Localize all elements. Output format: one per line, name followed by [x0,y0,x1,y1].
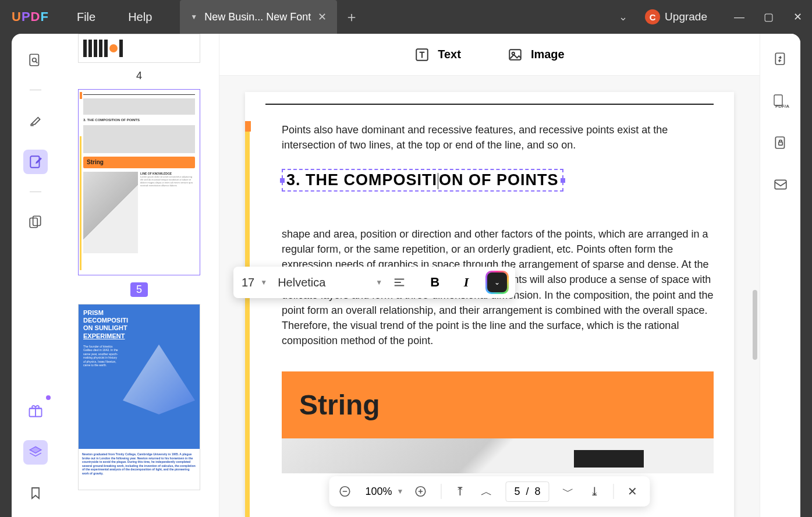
bold-button[interactable]: B [424,275,445,290]
thumbnail-page-5[interactable]: 3. THE COMPOSITION OF POINTS String LINE… [78,89,200,275]
page-image[interactable] [282,438,714,473]
document-tab[interactable]: ▼ New Busin... New Font ✕ [180,0,337,34]
page-indicator[interactable]: 5 / 8 [505,481,549,502]
pages-tool[interactable] [23,210,48,234]
svg-rect-14 [775,137,784,148]
edit-toolbar: Text Image [219,34,760,76]
italic-button[interactable]: I [456,275,477,290]
heading-text[interactable]: 3. THE COMPOSITION OF POINTS [286,171,559,189]
font-family-select[interactable]: Helvetica▼ [278,276,382,289]
thumbnail-page-4[interactable] [78,34,200,63]
zoom-in-button[interactable] [414,485,430,498]
gift-button[interactable] [23,398,48,423]
protect-button[interactable] [768,130,793,155]
edit-tool[interactable] [23,150,48,174]
prev-page-button[interactable]: ︿ [478,484,495,500]
thumbnail-number-4: 4 [136,70,142,82]
menu-file[interactable]: File [61,10,112,24]
page-5[interactable]: Points also have dominant and recessive … [245,92,734,517]
svg-rect-7 [509,49,521,59]
selected-text-box[interactable]: 3. THE COMPOSITION OF POINTS [282,169,563,192]
avatar: C [645,9,660,24]
thumbnail-page-6[interactable]: PRISMDECOMPOSITION SUNLIGHTEXPERIMENT Th… [78,304,200,490]
font-size-select[interactable]: 17▼ [242,276,267,289]
document-scroll[interactable]: Points also have dominant and recessive … [219,76,760,517]
new-tab-button[interactable]: ＋ [337,8,366,26]
thumbnail-number-5: 5 [130,282,148,297]
tab-close-icon[interactable]: ✕ [318,10,327,23]
layers-button[interactable] [23,440,48,465]
align-left-button[interactable] [393,276,414,289]
highlight-tool[interactable] [23,108,48,132]
maximize-button[interactable]: ▢ [754,10,783,23]
text-color-button[interactable]: ⌄ [487,272,507,292]
account-dropdown-icon[interactable]: ⌄ [601,10,645,23]
scrollbar-thumb[interactable] [753,290,757,360]
bookmark-button[interactable] [23,481,48,505]
first-page-button[interactable]: ⤒ [452,484,468,498]
next-page-button[interactable]: ﹀ [560,484,576,500]
add-text-button[interactable]: Text [414,47,461,62]
svg-text:PDF/A: PDF/A [775,104,789,108]
tab-title: New Busin... New Font [204,11,311,23]
close-button[interactable]: ✕ [783,10,812,23]
upgrade-button[interactable]: C Upgrade [645,9,707,24]
string-heading[interactable]: String [282,371,714,438]
right-toolbar: PDF/A [760,34,800,517]
last-page-button[interactable]: ⤓ [587,484,603,498]
svg-rect-16 [775,180,786,189]
share-button[interactable] [768,172,793,197]
minimize-button[interactable]: — [725,11,754,23]
close-nav-button[interactable]: ✕ [625,484,641,498]
menu-help[interactable]: Help [112,10,168,24]
svg-rect-0 [30,54,38,66]
upgrade-label: Upgrade [665,10,707,23]
left-toolbar [12,34,59,517]
paragraph[interactable]: Points also have dominant and recessive … [282,122,714,153]
convert-button[interactable] [768,47,793,71]
document-view: Text Image Points also have dominant and… [219,34,760,517]
thumbnail-panel[interactable]: 4 3. THE COMPOSITION OF POINTS String LI… [59,34,219,517]
zoom-level[interactable]: 100%▼ [365,486,403,498]
tab-dropdown-icon[interactable]: ▼ [190,13,197,21]
zoom-out-button[interactable] [338,485,354,498]
svg-rect-15 [778,142,782,145]
text-format-toolbar[interactable]: 17▼ Helvetica▼ B I ⌄ [233,267,515,298]
page-navigation-bar: 100%▼ ⤒ ︿ 5 / 8 ﹀ ⤓ ✕ [329,476,650,507]
add-image-button[interactable]: Image [508,47,565,62]
pdfa-button[interactable]: PDF/A [768,88,793,113]
search-tool[interactable] [23,48,48,72]
app-logo: UPDF [12,9,49,24]
svg-point-1 [33,58,37,62]
